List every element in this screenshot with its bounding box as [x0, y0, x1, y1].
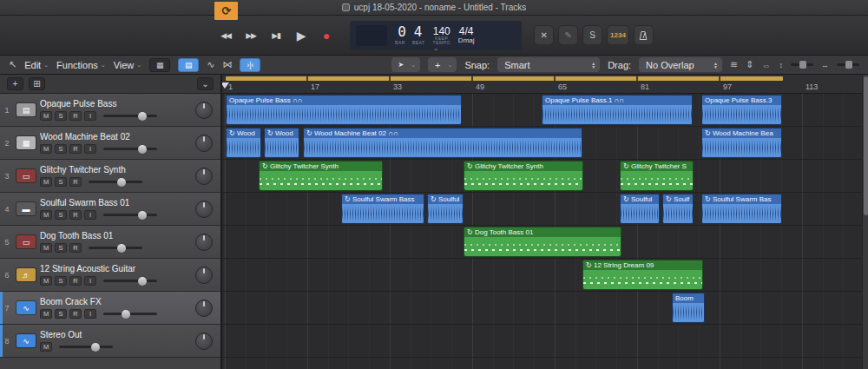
- mute-button[interactable]: M: [40, 276, 52, 286]
- forward-button[interactable]: ▶▶: [240, 26, 262, 45]
- pan-knob[interactable]: [195, 300, 213, 317]
- record-enable-button[interactable]: R: [69, 276, 82, 286]
- volume-slider[interactable]: [89, 247, 142, 249]
- solo-button[interactable]: S: [55, 144, 67, 154]
- view-menu[interactable]: View⌄: [114, 60, 142, 70]
- record-enable-button[interactable]: R: [69, 111, 82, 121]
- functions-menu[interactable]: Functions⌄: [56, 60, 106, 70]
- volume-slider-thumb[interactable]: [117, 244, 126, 253]
- pointer-tool-menu[interactable]: ➤ ⌄: [391, 57, 421, 72]
- record-enable-button[interactable]: R: [69, 144, 82, 154]
- solo-button[interactable]: S: [55, 210, 67, 220]
- horizontal-auto-zoom-button[interactable]: ⇔: [762, 60, 772, 70]
- pan-knob[interactable]: [195, 201, 213, 218]
- region[interactable]: ↻ 12 String Dream 09: [582, 260, 703, 290]
- record-button[interactable]: ●: [315, 26, 338, 45]
- volume-slider-thumb[interactable]: [91, 343, 100, 352]
- lcd-chevron-icon[interactable]: ⌄: [433, 44, 439, 52]
- volume-slider[interactable]: [59, 346, 113, 348]
- back-arrow-icon[interactable]: ↖: [9, 59, 16, 70]
- mute-button[interactable]: M: [40, 111, 52, 121]
- region[interactable]: ↻ Glitchy Twitcher Synth: [259, 161, 383, 191]
- track-name[interactable]: Opaque Pulse Bass: [40, 99, 191, 109]
- record-enable-button[interactable]: R: [69, 177, 82, 187]
- region[interactable]: ↻ Soulful Swarm Bass: [341, 194, 424, 224]
- lcd-timesig[interactable]: 4/4 Dmaj: [458, 26, 475, 44]
- arrange-area[interactable]: 1173349658197113 Opaque Pulse Bass ∩∩ Op…: [222, 75, 862, 369]
- region[interactable]: ↻ Glitchy Twitcher Synth: [464, 161, 583, 191]
- solo-button[interactable]: S: [55, 177, 67, 187]
- track-header-4[interactable]: 4 ▬ Soulful Swarm Bass 01 MSRI: [0, 193, 220, 226]
- region[interactable]: Opaque Pulse Bass ∩∩: [226, 95, 462, 125]
- input-monitor-button[interactable]: I: [84, 309, 96, 319]
- mute-button[interactable]: M: [40, 210, 52, 220]
- track-name[interactable]: 12 String Acoustic Guitar: [40, 264, 191, 273]
- track-name[interactable]: Wood Machine Beat 02: [40, 132, 191, 142]
- mute-button[interactable]: M: [40, 177, 52, 187]
- volume-slider[interactable]: [103, 280, 157, 282]
- track-header-2[interactable]: 2 ▦ Wood Machine Beat 02 MSRI: [0, 127, 220, 160]
- region[interactable]: Opaque Pulse Bass.1 ∩∩: [542, 95, 693, 125]
- region[interactable]: ↻ Dog Tooth Bass 01: [464, 227, 621, 257]
- volume-slider[interactable]: [103, 214, 157, 216]
- solo-button[interactable]: S: [55, 309, 67, 319]
- input-monitor-button[interactable]: I: [84, 276, 96, 286]
- track-header-1[interactable]: 1 ▤ Opaque Pulse Bass MSRI: [0, 94, 220, 127]
- track-name[interactable]: Dog Tooth Bass 01: [40, 231, 191, 241]
- track-header-5[interactable]: 5 ▭ Dog Tooth Bass 01 MSR: [0, 226, 220, 259]
- punch-button[interactable]: ✕: [534, 25, 554, 45]
- track-header-3[interactable]: 3 ▭ Glitchy Twitcher Synth MSR: [0, 160, 220, 193]
- vertical-auto-zoom-button[interactable]: ⇕: [746, 59, 753, 70]
- vertical-zoom-slider[interactable]: [791, 63, 813, 66]
- input-monitor-button[interactable]: I: [84, 111, 96, 121]
- track-header-7[interactable]: 7 ∿ Boom Crack FX MSRI: [0, 292, 220, 325]
- skip-to-end-button[interactable]: ▶▮: [265, 26, 287, 45]
- rewind-button[interactable]: ◀◀: [214, 26, 237, 45]
- solo-button[interactable]: S: [55, 243, 67, 253]
- volume-slider-thumb[interactable]: [138, 145, 147, 154]
- track-header-8[interactable]: 8 ∿ Stereo Out M: [0, 325, 220, 358]
- region[interactable]: ↻ Soulful: [427, 194, 464, 224]
- pan-knob[interactable]: [195, 135, 213, 152]
- solo-button[interactable]: S: [55, 111, 67, 121]
- add-track-button[interactable]: +: [7, 77, 23, 90]
- pan-knob[interactable]: [195, 333, 213, 350]
- catch-playhead-button[interactable]: ›|‹: [240, 58, 260, 72]
- record-enable-button[interactable]: R: [69, 243, 82, 253]
- edit-menu[interactable]: Edit⌄: [24, 60, 49, 70]
- pan-knob[interactable]: [195, 168, 213, 185]
- metronome-button[interactable]: [634, 25, 654, 45]
- tracks-view-button[interactable]: ▤: [178, 58, 199, 72]
- lanes[interactable]: Opaque Pulse Bass ∩∩ Opaque Pulse Bass.1…: [222, 94, 862, 369]
- volume-slider-thumb[interactable]: [122, 310, 130, 319]
- region[interactable]: ↻ Wood: [264, 128, 299, 158]
- secondary-tool-menu[interactable]: + ⌄: [428, 57, 457, 72]
- input-monitor-button[interactable]: I: [84, 144, 96, 154]
- pencil-button[interactable]: ✎: [558, 25, 578, 45]
- pan-knob[interactable]: [195, 102, 213, 119]
- track-name[interactable]: Glitchy Twitcher Synth: [40, 165, 191, 175]
- region[interactable]: ↻ Soulful Swarm Bas: [701, 194, 782, 224]
- volume-slider[interactable]: [103, 115, 157, 117]
- volume-slider[interactable]: [89, 181, 142, 183]
- lcd-position[interactable]: 0 4 BAR BEAT: [395, 25, 424, 45]
- volume-slider-thumb[interactable]: [138, 211, 147, 220]
- volume-slider-thumb[interactable]: [117, 178, 126, 187]
- snap-popup[interactable]: Smart ▲▼: [497, 57, 600, 72]
- count-in-button[interactable]: 1234: [607, 25, 629, 45]
- input-monitor-button[interactable]: I: [84, 210, 96, 220]
- volume-slider-thumb[interactable]: [138, 112, 147, 121]
- mute-button[interactable]: M: [40, 144, 52, 154]
- grid-view-button[interactable]: ▦: [149, 58, 170, 72]
- pan-knob[interactable]: [195, 267, 213, 284]
- region[interactable]: ↻ Soulf: [662, 194, 694, 224]
- lcd-display[interactable]: 0 4 BAR BEAT 140 KEEP TEMPO 4/4 Dmaj ⌄: [350, 21, 522, 50]
- play-button[interactable]: ▶: [290, 26, 312, 45]
- flex-button[interactable]: ⋈: [222, 59, 232, 70]
- lcd-tempo[interactable]: 140 KEEP TEMPO: [433, 26, 450, 45]
- region[interactable]: ↻ Wood Machine Bea: [701, 128, 782, 158]
- mute-button[interactable]: M: [40, 342, 52, 352]
- record-enable-button[interactable]: R: [69, 210, 82, 220]
- vertical-scrollbar[interactable]: [862, 75, 868, 369]
- automation-button[interactable]: ∿: [207, 59, 214, 70]
